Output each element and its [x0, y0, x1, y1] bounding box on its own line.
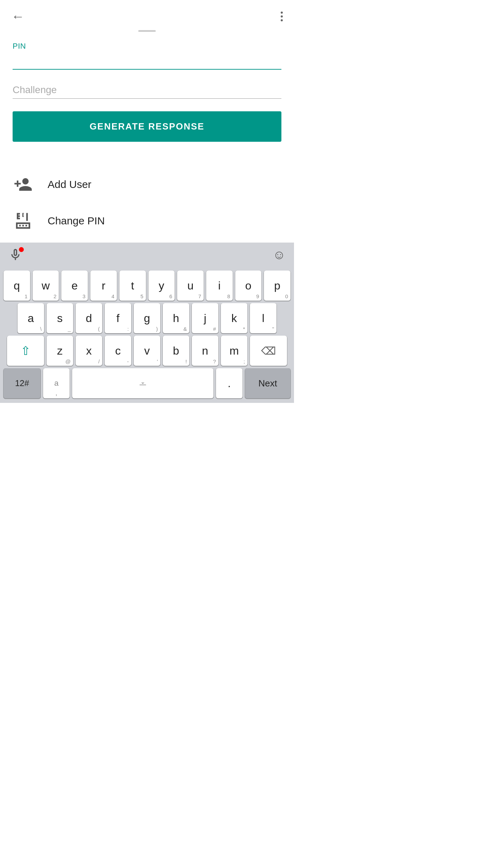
keyboard-toolbar-left: [8, 248, 22, 262]
key-t[interactable]: t5: [119, 271, 146, 301]
key-d[interactable]: d(: [76, 303, 102, 333]
more-dot: [281, 12, 283, 14]
menu-section: Add User Change PIN: [0, 166, 294, 239]
key-h[interactable]: h&: [163, 303, 189, 333]
svg-rect-0: [140, 385, 146, 385]
key-shift[interactable]: ⇧: [7, 336, 44, 366]
key-i[interactable]: i8: [206, 271, 233, 301]
emoji-button[interactable]: ☺: [273, 247, 286, 262]
back-button[interactable]: ←: [11, 10, 24, 23]
pin-label: PIN: [13, 42, 281, 51]
key-a[interactable]: a\: [18, 303, 44, 333]
drag-handle: [138, 30, 156, 32]
more-dot: [281, 15, 283, 18]
keyboard-row-1: q1 w2 e3 r4 t5 y6 u7 i8 o9 p0: [2, 271, 292, 301]
keyboard-row-2: a\ s_ d( f: g) h& j# k* l": [2, 303, 292, 333]
key-y[interactable]: y6: [148, 271, 175, 301]
key-j[interactable]: j#: [192, 303, 218, 333]
key-b[interactable]: b!: [163, 336, 189, 366]
key-v[interactable]: v': [134, 336, 160, 366]
add-user-menu-item[interactable]: Add User: [7, 166, 287, 203]
more-menu-button[interactable]: [281, 12, 283, 21]
keyboard-row-4: 12# a , . Next: [2, 368, 292, 398]
more-dot: [281, 19, 283, 21]
generate-response-button[interactable]: GENERATE RESPONSE: [13, 111, 281, 142]
challenge-input[interactable]: [13, 82, 281, 99]
key-c[interactable]: c-: [105, 336, 131, 366]
top-bar: ←: [0, 0, 294, 30]
form-area: PIN GENERATE RESPONSE: [0, 38, 294, 166]
change-pin-label: Change PIN: [48, 215, 105, 227]
key-l[interactable]: l": [250, 303, 276, 333]
key-period[interactable]: .: [216, 368, 243, 398]
key-p[interactable]: p0: [264, 271, 290, 301]
key-space[interactable]: [72, 368, 214, 398]
key-next[interactable]: Next: [245, 368, 290, 398]
key-f[interactable]: f:: [105, 303, 131, 333]
keyboard-mic-button[interactable]: [8, 248, 22, 262]
key-z[interactable]: z@: [47, 336, 73, 366]
change-pin-icon: [13, 210, 34, 231]
pin-input[interactable]: [13, 53, 281, 70]
add-user-icon: [13, 174, 34, 195]
key-u[interactable]: u7: [177, 271, 204, 301]
key-backspace[interactable]: ⌫: [250, 336, 287, 366]
add-user-label: Add User: [48, 179, 91, 190]
keyboard: ☺ q1 w2 e3 r4 t5 y6 u7 i8 o9 p0 a\ s_ d(…: [0, 243, 294, 403]
key-m[interactable]: m;: [221, 336, 247, 366]
key-123[interactable]: 12#: [4, 368, 41, 398]
key-comma[interactable]: a ,: [43, 368, 70, 398]
mic-active-dot: [19, 247, 24, 252]
key-x[interactable]: x/: [76, 336, 102, 366]
key-g[interactable]: g): [134, 303, 160, 333]
key-n[interactable]: n?: [192, 336, 218, 366]
key-q[interactable]: q1: [4, 271, 30, 301]
key-s[interactable]: s_: [47, 303, 73, 333]
keyboard-rows: q1 w2 e3 r4 t5 y6 u7 i8 o9 p0 a\ s_ d( f…: [0, 267, 294, 403]
key-w[interactable]: w2: [33, 271, 59, 301]
change-pin-menu-item[interactable]: Change PIN: [7, 203, 287, 239]
keyboard-toolbar: ☺: [0, 243, 294, 267]
keyboard-row-3: ⇧ z@ x/ c- v' b! n? m; ⌫: [2, 336, 292, 366]
key-o[interactable]: o9: [235, 271, 262, 301]
key-r[interactable]: r4: [90, 271, 117, 301]
key-e[interactable]: e3: [61, 271, 88, 301]
key-k[interactable]: k*: [221, 303, 247, 333]
